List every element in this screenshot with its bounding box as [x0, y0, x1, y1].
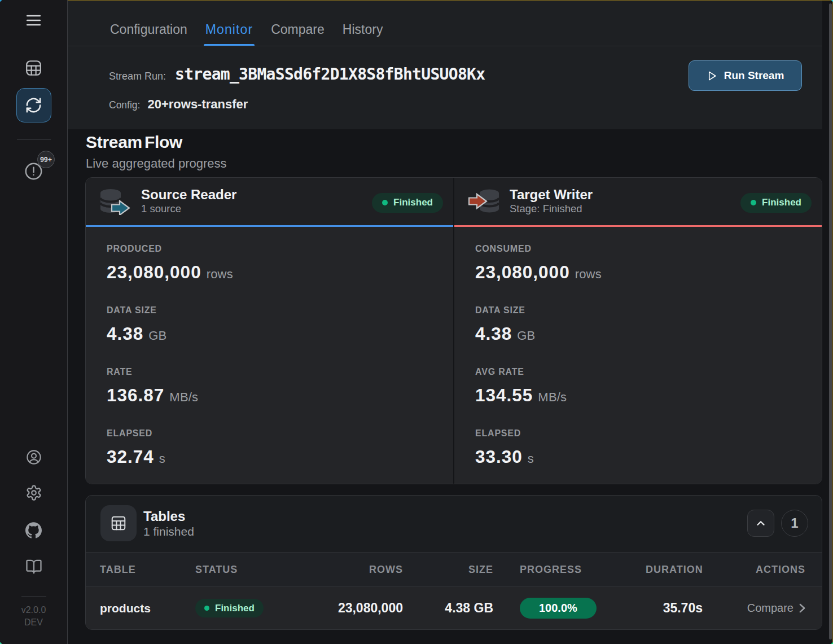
stat-unit: MB/s	[169, 390, 198, 405]
compare-button[interactable]: Compare	[747, 602, 805, 615]
stat-label: ELAPSED	[107, 429, 453, 438]
sidebar-item-github[interactable]	[21, 518, 46, 542]
tables-titles: Tables 1 finished	[143, 508, 194, 538]
column-duration: DURATION	[646, 564, 703, 576]
stat-value-row: 23,080,000rows	[107, 263, 453, 282]
stat-unit: s	[528, 452, 534, 466]
stat-value: 4.38	[107, 325, 143, 343]
play-icon	[707, 71, 717, 81]
github-icon	[25, 522, 42, 538]
target-writer-card: Target Writer Stage: Finished Finished C…	[453, 178, 822, 484]
stat-label: AVG RATE	[475, 367, 822, 376]
cell-status: Finished	[195, 599, 321, 617]
source-status-text: Finished	[393, 197, 433, 208]
column-actions: ACTIONS	[703, 564, 805, 576]
stat-label: DATA SIZE	[107, 306, 453, 315]
stat-unit: GB	[148, 328, 166, 343]
database-import-icon	[468, 188, 499, 215]
stream-run-id: stream_3BMaSSd6f2D1X8S8fBhtUSUO8Kx	[175, 65, 485, 84]
stream-run-label: Stream Run:	[109, 71, 166, 82]
tables-count-badge: 1	[781, 510, 808, 537]
cell-table-name: products	[100, 602, 195, 615]
stat-unit: MB/s	[538, 390, 567, 405]
status-dot-icon	[382, 200, 388, 205]
column-status: STATUS	[195, 564, 321, 576]
environment-label: DEV	[0, 616, 67, 629]
hamburger-icon	[27, 15, 41, 26]
run-stream-button[interactable]: Run Stream	[689, 60, 802, 91]
sidebar-item-tables[interactable]	[18, 52, 50, 84]
main-area: Configuration Monitor Compare History St…	[68, 0, 833, 644]
status-dot-icon	[751, 200, 756, 205]
source-reader-titles: Source Reader 1 source	[141, 188, 372, 215]
cell-rows: 23,080,000	[321, 601, 403, 616]
stat-rate: RATE 136.87MB/s	[107, 367, 453, 405]
column-size: SIZE	[403, 564, 493, 576]
target-writer-titles: Target Writer Stage: Finished	[510, 188, 740, 215]
stat-data-size: DATA SIZE 4.38GB	[107, 306, 453, 343]
sidebar: 99+	[0, 0, 68, 644]
user-icon	[26, 449, 42, 465]
cell-actions: Compare	[703, 602, 805, 615]
stat-value: 23,080,000	[107, 263, 201, 281]
column-progress: PROGRESS	[493, 564, 646, 576]
config-row: Config: 20+rows-transfer	[109, 97, 248, 112]
stat-value: 134.55	[475, 386, 533, 404]
cell-duration: 35.70s	[646, 601, 703, 616]
scrollbar-thumb[interactable]	[829, 3, 832, 639]
stream-run-row: Stream Run: stream_3BMaSSd6f2D1X8S8fBhtU…	[109, 61, 802, 91]
target-status-text: Finished	[762, 197, 801, 208]
source-reader-stats: PRODUCED 23,080,000rows DATA SIZE 4.38GB…	[86, 227, 453, 484]
target-writer-stats: CONSUMED 23,080,000rows DATA SIZE 4.38GB…	[454, 227, 822, 484]
sync-icon	[25, 97, 42, 114]
progress-badge: 100.0%	[520, 598, 597, 619]
source-reader-card: Source Reader 1 source Finished PRODUCED…	[86, 178, 453, 484]
stat-label: DATA SIZE	[475, 306, 822, 315]
sidebar-item-docs[interactable]	[21, 554, 46, 579]
stat-value: 32.74	[107, 448, 154, 466]
tab-monitor[interactable]: Monitor	[204, 1, 255, 46]
table-row-products[interactable]: products Finished 23,080,000 4.38 GB 100…	[86, 587, 822, 629]
stream-flow-panel: Source Reader 1 source Finished PRODUCED…	[85, 177, 822, 484]
stat-label: ELAPSED	[475, 429, 822, 438]
stat-unit: rows	[575, 267, 602, 282]
tab-compare[interactable]: Compare	[269, 1, 326, 46]
stat-value-row: 33.30s	[475, 448, 822, 466]
row-status-badge: Finished	[195, 599, 264, 617]
source-reader-subtitle: 1 source	[141, 203, 372, 215]
run-stream-label: Run Stream	[724, 69, 784, 82]
notifications-count-badge: 99+	[37, 151, 55, 168]
chevron-up-icon	[755, 517, 767, 529]
config-label: Config:	[109, 99, 140, 111]
tables-title: Tables	[143, 508, 194, 524]
database-export-icon	[100, 188, 130, 215]
tables-icon-box	[100, 505, 137, 541]
sidebar-divider	[17, 139, 51, 140]
table-grid-icon	[25, 59, 42, 77]
row-status-text: Finished	[215, 603, 255, 614]
tables-panel: Tables 1 finished 1 TABLE STATUS ROWS SI…	[85, 495, 822, 630]
stat-value: 136.87	[107, 386, 164, 404]
stat-label: PRODUCED	[107, 244, 453, 253]
stat-elapsed: ELAPSED 32.74s	[107, 429, 453, 466]
version-number: v2.0.0	[0, 604, 67, 616]
tab-history[interactable]: History	[341, 1, 385, 46]
sidebar-item-settings[interactable]	[21, 480, 46, 505]
stat-value-row: 4.38GB	[107, 325, 453, 343]
table-header-row: TABLE STATUS ROWS SIZE PROGRESS DURATION…	[86, 552, 822, 587]
stat-consumed: CONSUMED 23,080,000rows	[475, 244, 822, 282]
stat-data-size: DATA SIZE 4.38GB	[475, 306, 822, 343]
sidebar-item-account[interactable]	[21, 445, 46, 470]
sidebar-item-streams-active[interactable]	[16, 88, 51, 122]
column-rows: ROWS	[321, 564, 403, 576]
tables-actions: 1	[747, 510, 808, 537]
stat-value: 23,080,000	[475, 263, 570, 281]
menu-toggle-button[interactable]	[23, 9, 45, 32]
tab-configuration[interactable]: Configuration	[108, 1, 189, 46]
stat-value-row: 134.55MB/s	[475, 386, 822, 405]
config-value: 20+rows-transfer	[147, 97, 248, 112]
page-subtitle: Live aggregated progress	[86, 156, 227, 171]
cell-size: 4.38 GB	[403, 601, 493, 616]
app-version: v2.0.0 DEV	[0, 604, 67, 629]
collapse-tables-button[interactable]	[747, 510, 774, 537]
